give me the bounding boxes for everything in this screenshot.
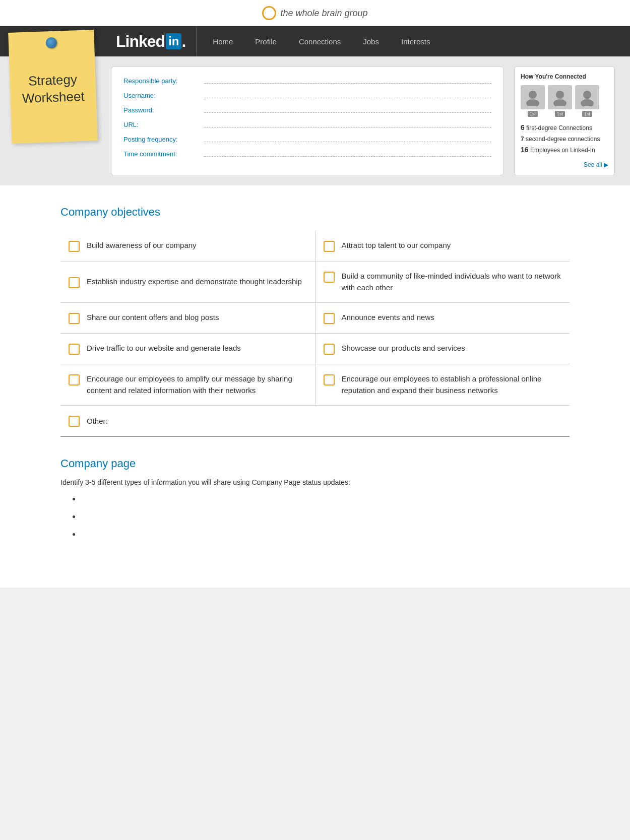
form-dash-url — [204, 122, 491, 127]
obj-cell-2b: Build a community of like-minded individ… — [315, 262, 570, 303]
svg-point-5 — [581, 99, 594, 106]
svg-point-3 — [553, 99, 566, 106]
obj-text-announce-events: Announce events and news — [342, 312, 434, 324]
form-label-username: Username: — [123, 92, 204, 99]
avatar-img-3 — [575, 85, 599, 109]
stat-first-degree: 6 first-degree Connections — [521, 122, 608, 134]
sticky-note-text: StrategyWorksheet — [16, 61, 90, 113]
nav-home[interactable]: Home — [202, 26, 244, 56]
checkbox-amplify[interactable] — [69, 374, 80, 385]
checkbox-industry-expertise[interactable] — [69, 277, 80, 288]
form-row-url: URL: — [123, 121, 491, 128]
nav-jobs[interactable]: Jobs — [352, 26, 390, 56]
connections-box: How You're Connected 1st 1st — [514, 67, 615, 175]
obj-item-attract-talent: Attract top talent to our company — [324, 240, 562, 252]
thumbtack-icon — [46, 37, 57, 49]
form-box: Responsible party: Username: Password: U… — [111, 67, 504, 175]
bullet-list — [60, 494, 570, 538]
obj-item-community: Build a community of like-minded individ… — [324, 271, 562, 293]
form-row-username: Username: — [123, 92, 491, 99]
avatar-img-2 — [548, 85, 572, 109]
obj-text-industry-expertise: Establish industry expertise and demonst… — [87, 276, 302, 288]
nav-profile[interactable]: Profile — [244, 26, 288, 56]
other-row: Other: — [60, 406, 570, 437]
avatar-1: 1st — [521, 85, 545, 117]
objectives-grid: Build awareness of our company Attract t… — [60, 231, 570, 406]
checkbox-reputation[interactable] — [324, 374, 335, 385]
avatar-2: 1st — [548, 85, 572, 117]
obj-text-community: Build a community of like-minded individ… — [342, 271, 562, 293]
obj-item-content-offers: Share our content offers and blog posts — [69, 312, 307, 324]
avatar-badge-2: 1st — [555, 111, 565, 117]
avatar-badge-3: 1st — [582, 111, 592, 117]
see-all-anchor[interactable]: See all ▶ — [584, 161, 608, 168]
connections-stats: 6 first-degree Connections 7 second-degr… — [521, 122, 608, 156]
obj-item-drive-traffic: Drive traffic to our website and generat… — [69, 343, 307, 355]
obj-cell-5a: Encourage our employees to amplify our m… — [60, 364, 315, 406]
bullet-item-3 — [81, 530, 570, 538]
obj-cell-1b: Attract top talent to our company — [315, 231, 570, 262]
other-label: Other: — [87, 417, 108, 425]
stat-employees: 16 Employees on Linked-In — [521, 144, 608, 156]
obj-text-reputation: Encourage our employees to establish a p… — [342, 373, 562, 396]
obj-text-drive-traffic: Drive traffic to our website and generat… — [87, 343, 241, 354]
obj-cell-4a: Drive traffic to our website and generat… — [60, 334, 315, 364]
linkedin-section: StrategyWorksheet Linked in . Home Profi… — [0, 26, 630, 185]
sticky-note: StrategyWorksheet — [8, 30, 98, 144]
obj-row-2: Establish industry expertise and demonst… — [60, 262, 570, 303]
checkbox-announce-events[interactable] — [324, 313, 335, 324]
form-label-password: Password: — [123, 106, 204, 114]
obj-cell-3b: Announce events and news — [315, 303, 570, 334]
nav-interests[interactable]: Interests — [390, 26, 442, 56]
linkedin-logo-dot: . — [181, 32, 186, 51]
obj-cell-3a: Share our content offers and blog posts — [60, 303, 315, 334]
checkbox-build-awareness[interactable] — [69, 241, 80, 252]
linkedin-logo: Linked in . — [111, 27, 197, 56]
company-page-title: Company page — [60, 457, 570, 470]
form-row-responsible: Responsible party: — [123, 77, 491, 85]
obj-cell-1a: Build awareness of our company — [60, 231, 315, 262]
checkbox-drive-traffic[interactable] — [69, 344, 80, 355]
obj-text-attract-talent: Attract top talent to our company — [342, 240, 451, 251]
form-row-password: Password: — [123, 106, 491, 114]
nav-connections[interactable]: Connections — [288, 26, 352, 56]
top-header: the whole brain group — [0, 0, 630, 26]
form-label-time: Time commitment: — [123, 150, 204, 158]
company-page-description: Identify 3-5 different types of informat… — [60, 478, 570, 486]
form-dash-posting — [204, 137, 491, 142]
obj-text-content-offers: Share our content offers and blog posts — [87, 312, 219, 324]
obj-cell-4b: Showcase our products and services — [315, 334, 570, 364]
obj-item-amplify: Encourage our employees to amplify our m… — [69, 373, 307, 396]
connections-avatars: 1st 1st 1st — [521, 85, 608, 117]
linkedin-logo-text: Linked — [116, 32, 165, 51]
obj-row-1: Build awareness of our company Attract t… — [60, 231, 570, 262]
svg-point-0 — [529, 91, 537, 99]
checkbox-attract-talent[interactable] — [324, 241, 335, 252]
obj-text-showcase: Showcase our products and services — [342, 343, 465, 354]
checkbox-community[interactable] — [324, 272, 335, 283]
obj-text-amplify: Encourage our employees to amplify our m… — [87, 373, 307, 396]
checkbox-other[interactable] — [69, 416, 80, 427]
form-dash-time — [204, 152, 491, 157]
avatar-img-1 — [521, 85, 545, 109]
brand-name: the whole brain group — [280, 8, 367, 19]
checkbox-showcase[interactable] — [324, 344, 335, 355]
connections-title: How You're Connected — [521, 73, 608, 80]
obj-row-3: Share our content offers and blog posts … — [60, 303, 570, 334]
obj-row-5: Encourage our employees to amplify our m… — [60, 364, 570, 406]
obj-item-reputation: Encourage our employees to establish a p… — [324, 373, 562, 396]
company-page-section: Company page Identify 3-5 different type… — [30, 437, 600, 567]
bullet-item-2 — [81, 512, 570, 521]
form-dash-responsible — [204, 79, 491, 84]
avatar-3: 1st — [575, 85, 599, 117]
obj-row-4: Drive traffic to our website and generat… — [60, 334, 570, 364]
objectives-title: Company objectives — [60, 206, 570, 219]
obj-item-industry-expertise: Establish industry expertise and demonst… — [69, 276, 307, 288]
form-dash-password — [204, 108, 491, 113]
obj-text-build-awareness: Build awareness of our company — [87, 240, 197, 251]
linkedin-nav: Home Profile Connections Jobs Interests — [202, 26, 441, 56]
linkedin-logo-in: in — [166, 33, 181, 49]
see-all-link[interactable]: See all ▶ — [521, 160, 608, 168]
checkbox-content-offers[interactable] — [69, 313, 80, 324]
obj-cell-5b: Encourage our employees to establish a p… — [315, 364, 570, 406]
